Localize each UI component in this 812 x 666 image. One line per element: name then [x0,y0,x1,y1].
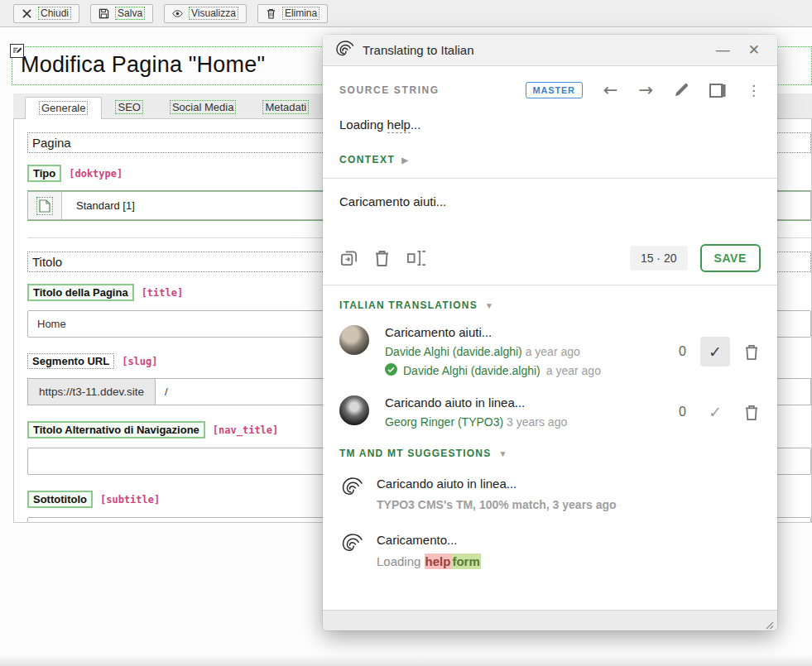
tab-social-media[interactable]: Social Media [156,97,249,118]
modal-title: Translating to Italian [363,43,703,57]
field-code-title: [title] [142,287,184,299]
diff-added-text: form [451,553,480,569]
chevron-right-icon: ▶ [401,156,409,165]
field-code-doktype: [doktype] [69,168,123,180]
translation-text: Caricando aiuto in linea... [385,395,679,410]
chevron-down-icon: ▼ [485,301,494,310]
modal-footer [323,610,777,630]
clear-translation-icon[interactable] [374,249,390,267]
suggestion-meta: TYPO3 CMS's TM, 100% match, 3 years ago [377,498,617,511]
italian-translations-header[interactable]: ITALIAN TRANSLATIONS ▼ [339,299,761,311]
vote-count: 0 [679,405,686,419]
context-toggle[interactable]: CONTEXT ▶ [339,154,761,165]
approved-time: a year ago [546,364,601,377]
next-string-icon[interactable]: → [638,80,653,100]
master-branch-badge[interactable]: MASTER [526,82,583,98]
tab-metadati[interactable]: Metadati [249,97,322,118]
delete-translation-icon[interactable] [744,404,759,421]
glossary-term[interactable]: help [387,117,411,133]
close-button[interactable]: Chiudi [13,4,79,23]
close-modal-icon[interactable]: ✕ [743,43,765,57]
trash-icon [266,8,276,19]
close-button-label: Chiudi [38,7,71,20]
chevron-down-icon: ▼ [498,449,507,458]
resize-handle[interactable] [765,618,774,627]
field-label-nav-title: Titolo Alternativo di Navigazione [27,421,205,438]
more-options-icon[interactable]: ⋮ [747,82,761,99]
docheader-toolbar: Chiudi Salva Visualizza Elimina [0,0,812,27]
translation-author[interactable]: Georg Ringer (TYPO3) [385,415,503,429]
field-label-slug: Segmento URL [27,353,114,369]
tm-suggestion[interactable]: Caricamento... Loading helpform [339,533,761,568]
page-document-icon [36,197,53,215]
save-translation-button[interactable]: SAVE [700,244,762,272]
delete-button[interactable]: Elimina [257,4,328,23]
diff-removed-text: help [425,553,452,569]
char-counter: 15 · 20 [630,246,688,271]
tab-seo[interactable]: SEO [102,97,156,118]
translation-textarea[interactable]: Caricamento aiuti... [339,179,761,244]
translation-modal: Translating to Italian — ✕ SOURCE STRING… [323,35,777,630]
modal-header[interactable]: Translating to Italian — ✕ [323,35,777,66]
save-button[interactable]: Salva [90,4,153,23]
close-icon [22,8,32,19]
translation-time: 3 years ago [503,415,567,429]
approve-button[interactable]: ✓ [700,337,730,367]
translation-text: Caricamento aiuti... [385,325,679,339]
field-code-nav-title: [nav_title] [213,424,278,436]
edit-pencil-icon[interactable] [674,83,689,98]
view-button[interactable]: Visualizza [164,4,247,23]
save-icon [98,8,109,19]
source-string-text: Loading help... [339,117,761,132]
suggestion-source-diff: Loading helpform [377,554,481,568]
eye-icon [172,8,183,19]
avatar [339,395,369,425]
approver-name[interactable]: Davide Alghi (davide.alghi) [403,364,541,377]
suggestion-text: Caricamento... [377,533,481,547]
doktype-icon-cell [28,192,62,219]
field-code-slug: [slug] [122,356,157,367]
slug-base-url: https://t3-11.ddev.site [27,378,155,405]
tab-generale[interactable]: Generale [25,97,102,119]
vote-count: 0 [679,344,686,359]
translation-entry: Caricando aiuto in linea... Georg Ringer… [339,395,761,429]
save-button-label: Salva [115,7,145,20]
translation-author[interactable]: Davide Alghi (davide.alghi) [385,345,522,358]
field-code-subtitle: [subtitle] [100,494,160,505]
approve-button[interactable]: ✓ [700,397,730,427]
delete-translation-icon[interactable] [744,343,759,361]
translation-entry: Caricamento aiuti... Davide Alghi (david… [339,325,761,378]
tm-suggestions-header[interactable]: TM AND MT SUGGESTIONS ▼ [339,448,761,459]
field-label-title: Titolo della Pagina [27,284,134,301]
in-context-edit-icon[interactable] [10,44,24,58]
delete-button-label: Elimina [282,7,320,20]
split-view-icon[interactable] [709,84,726,98]
crowdin-tm-icon [339,533,364,568]
view-button-label: Visualizza [189,7,238,20]
crowdin-tm-icon [339,477,364,511]
crowdin-logo-icon [335,41,354,60]
minimize-icon[interactable]: — [711,43,735,57]
page-title-text: Modifica Pagina "Home" [21,52,265,77]
previous-string-icon[interactable]: ← [603,80,618,100]
approved-check-circle-icon [385,363,397,378]
copy-source-icon[interactable] [339,249,358,268]
field-label-subtitle: Sottotitolo [27,491,93,508]
text-selection-icon[interactable] [406,249,426,267]
avatar [339,325,369,355]
doktype-selected-value: Standard [1] [62,192,135,219]
suggestion-text: Caricando aiuto in linea... [377,477,617,491]
modal-body: SOURCE STRING MASTER ← → ⋮ Loading help.… [323,66,777,610]
translation-time: a year ago [522,345,580,358]
field-label-tipo: Tipo [27,165,61,182]
tm-suggestion[interactable]: Caricando aiuto in linea... TYPO3 CMS's … [339,477,761,511]
source-string-label: SOURCE STRING [339,84,440,96]
